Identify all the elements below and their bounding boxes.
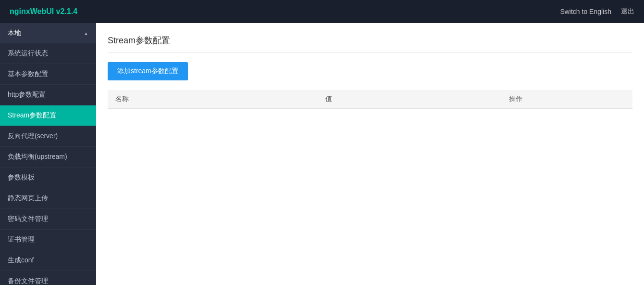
sidebar-item-gen-conf[interactable]: 生成conf — [0, 250, 96, 271]
sidebar-item-stream-config[interactable]: Stream参数配置 — [0, 105, 96, 126]
sidebar-section-local[interactable]: 本地 ▲ — [0, 23, 96, 43]
add-stream-config-button[interactable]: 添加stream参数配置 — [108, 62, 188, 80]
sidebar-item-cert-manage[interactable]: 证书管理 — [0, 230, 96, 250]
table-col-name: 名称 — [108, 90, 318, 109]
sidebar: 本地 ▲ 系统运行状态 基本参数配置 http参数配置 Stream参数配置 反… — [0, 23, 96, 285]
sidebar-section-label: 本地 — [8, 29, 21, 38]
stream-config-table: 名称 值 操作 — [108, 90, 632, 109]
sidebar-item-reverse-proxy[interactable]: 反向代理(server) — [0, 126, 96, 147]
header-actions: Switch to English 退出 — [560, 7, 634, 16]
page-title: Stream参数配置 — [108, 35, 632, 52]
sidebar-item-basic-config[interactable]: 基本参数配置 — [0, 64, 96, 85]
sidebar-item-system-status[interactable]: 系统运行状态 — [0, 43, 96, 64]
header: nginxWebUI v2.1.4 Switch to English 退出 — [0, 0, 644, 23]
app-logo: nginxWebUI v2.1.4 — [10, 7, 77, 16]
sidebar-item-static-upload[interactable]: 静态网页上传 — [0, 188, 96, 209]
layout: 本地 ▲ 系统运行状态 基本参数配置 http参数配置 Stream参数配置 反… — [0, 23, 644, 285]
sidebar-item-load-balance[interactable]: 负载均衡(upstream) — [0, 147, 96, 168]
table-col-value: 值 — [318, 90, 501, 109]
main-content: Stream参数配置 添加stream参数配置 名称 值 操作 — [96, 23, 644, 285]
sidebar-item-password-file[interactable]: 密码文件管理 — [0, 209, 96, 230]
lang-switch-button[interactable]: Switch to English — [560, 8, 611, 15]
sidebar-item-backup-file[interactable]: 备份文件管理 — [0, 271, 96, 285]
sidebar-item-param-template[interactable]: 参数模板 — [0, 168, 96, 188]
table-col-action: 操作 — [501, 90, 632, 109]
sidebar-item-http-config[interactable]: http参数配置 — [0, 85, 96, 105]
logout-button[interactable]: 退出 — [621, 7, 634, 16]
sidebar-collapse-icon: ▲ — [84, 31, 88, 36]
table-header-row: 名称 值 操作 — [108, 90, 632, 109]
